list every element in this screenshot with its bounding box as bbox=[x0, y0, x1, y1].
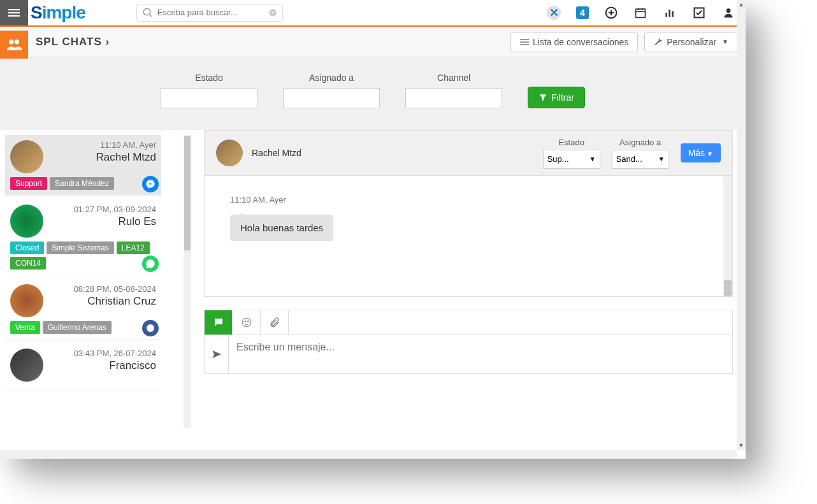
compose-tab-attach[interactable] bbox=[261, 310, 289, 335]
search-box[interactable] bbox=[136, 4, 283, 22]
filter-estado-input[interactable] bbox=[161, 88, 257, 108]
messages-scrollbar[interactable] bbox=[723, 176, 732, 296]
detail-estado-select[interactable]: Sup...▼ bbox=[543, 150, 600, 169]
tag: CON14 bbox=[10, 257, 46, 270]
chat-name: Francisco bbox=[50, 359, 156, 372]
detail-avatar bbox=[216, 140, 243, 166]
chat-list-item[interactable]: 03:43 PM, 26-07-2024Francisco bbox=[5, 343, 161, 391]
chat-name: Rulo Es bbox=[50, 215, 156, 228]
page-scrollbar-vertical[interactable]: ▲ ▼ bbox=[737, 0, 746, 450]
x-icon[interactable]: ✕ bbox=[547, 6, 561, 20]
svg-point-24 bbox=[242, 318, 251, 327]
smile-icon bbox=[241, 317, 252, 328]
detail-header: Rachel Mtzd Estado Sup...▼ Asignado a Sa… bbox=[204, 130, 733, 176]
chat-time: 01:27 PM, 03-09-2024 bbox=[50, 205, 156, 214]
plus-icon[interactable] bbox=[604, 6, 618, 20]
wrench-icon bbox=[654, 38, 663, 47]
paperclip-icon bbox=[269, 317, 280, 328]
svg-rect-15 bbox=[672, 11, 674, 17]
page-scrollbar-horizontal[interactable] bbox=[0, 450, 737, 459]
svg-point-23 bbox=[147, 324, 154, 332]
tag: Sandra Méndez bbox=[50, 177, 114, 190]
tag: Guillermo Arenas bbox=[43, 321, 112, 334]
topbar: Simple ✕ 4 bbox=[0, 0, 746, 25]
messenger-icon bbox=[142, 176, 159, 192]
tags: ClosedSimple SistemasLEA12CON14 bbox=[10, 241, 156, 270]
svg-point-18 bbox=[9, 40, 14, 45]
svg-rect-0 bbox=[8, 9, 20, 10]
svg-rect-9 bbox=[636, 9, 646, 17]
search-icon bbox=[142, 7, 154, 18]
chat-time: 03:43 PM, 26-07-2024 bbox=[50, 349, 156, 358]
filter-asignado-input[interactable] bbox=[283, 88, 380, 108]
chat-list-item[interactable]: 11:10 AM, AyerRachel MtzdSupportSandra M… bbox=[5, 135, 161, 196]
send-icon bbox=[212, 349, 222, 359]
caret-down-icon: ▼ bbox=[722, 38, 728, 45]
avatar bbox=[10, 140, 43, 173]
chevron-down-icon[interactable] bbox=[268, 8, 277, 17]
svg-point-19 bbox=[15, 40, 20, 45]
svg-line-4 bbox=[149, 14, 152, 17]
chat-detail-panel: Rachel Mtzd Estado Sup...▼ Asignado a Sa… bbox=[191, 130, 746, 436]
svg-rect-22 bbox=[520, 44, 529, 45]
filter-estado-label: Estado bbox=[195, 73, 223, 83]
tag: Venta bbox=[10, 321, 40, 334]
svg-rect-21 bbox=[520, 41, 529, 42]
page-title: SPL CHATS › bbox=[36, 36, 110, 48]
avatar bbox=[10, 284, 43, 317]
mas-button[interactable]: Más▼ bbox=[681, 143, 721, 162]
menu-hamburger[interactable] bbox=[0, 0, 28, 25]
chat-list-scrollbar[interactable] bbox=[184, 135, 191, 428]
svg-rect-1 bbox=[8, 11, 20, 13]
chat-time: 08:28 PM, 05-08-2024 bbox=[50, 284, 156, 294]
search-input[interactable] bbox=[157, 8, 268, 17]
detail-asignado-label: Asignado a bbox=[619, 138, 661, 147]
user-icon[interactable] bbox=[721, 6, 735, 20]
customize-button[interactable]: Personalizar ▼ bbox=[644, 32, 738, 52]
chat-list-panel: 11:10 AM, AyerRachel MtzdSupportSandra M… bbox=[0, 130, 191, 436]
whatsapp-icon bbox=[142, 256, 159, 272]
filter-asignado-label: Asignado a bbox=[309, 73, 354, 83]
chat-bubble-icon bbox=[213, 317, 224, 328]
main-area: 11:10 AM, AyerRachel MtzdSupportSandra M… bbox=[0, 130, 746, 436]
tags: SupportSandra Méndez bbox=[10, 177, 156, 190]
send-button[interactable] bbox=[205, 335, 229, 373]
calendar-icon[interactable] bbox=[633, 6, 647, 20]
list-conversations-button[interactable]: Lista de conversaciones bbox=[510, 32, 638, 52]
four-icon[interactable]: 4 bbox=[576, 6, 589, 19]
tags: VentaGuillermo Arenas bbox=[10, 321, 156, 334]
tag: LEA12 bbox=[117, 241, 150, 254]
filter-channel-input[interactable] bbox=[405, 88, 502, 108]
svg-rect-13 bbox=[665, 13, 667, 17]
compose-area bbox=[204, 310, 733, 374]
filter-area: Estado Asignado a Channel Filtrar bbox=[0, 57, 746, 130]
chevron-right-icon: › bbox=[106, 36, 110, 48]
tag: Closed bbox=[10, 241, 44, 254]
funnel-icon bbox=[539, 93, 547, 102]
tag: Support bbox=[10, 177, 47, 190]
filter-button[interactable]: Filtrar bbox=[528, 87, 585, 108]
compose-input[interactable] bbox=[229, 335, 732, 373]
checkbox-icon[interactable] bbox=[692, 6, 706, 20]
top-icons: ✕ 4 bbox=[547, 6, 735, 20]
compose-tab-emoji[interactable] bbox=[233, 310, 261, 335]
chat-name: Christian Cruz bbox=[50, 295, 156, 308]
svg-rect-2 bbox=[8, 15, 20, 16]
chat-list-item[interactable]: 08:28 PM, 05-08-2024Christian CruzVentaG… bbox=[5, 279, 161, 340]
svg-point-26 bbox=[247, 321, 249, 322]
detail-asignado-select[interactable]: Sand...▼ bbox=[612, 150, 669, 169]
chat-list-item[interactable]: 01:27 PM, 03-09-2024Rulo EsClosedSimple … bbox=[5, 199, 161, 275]
svg-point-17 bbox=[727, 8, 731, 13]
svg-rect-20 bbox=[520, 39, 529, 40]
message-bubble: Hola buenas tardes bbox=[230, 215, 333, 241]
tag: Simple Sistemas bbox=[47, 241, 113, 254]
logo: Simple bbox=[31, 3, 85, 23]
list-icon bbox=[520, 38, 529, 47]
compose-tab-message[interactable] bbox=[205, 310, 233, 335]
avatar bbox=[10, 205, 43, 238]
chart-icon[interactable] bbox=[663, 6, 677, 20]
svg-point-25 bbox=[245, 321, 246, 322]
chat-time: 11:10 AM, Ayer bbox=[50, 140, 156, 150]
sidebar-chats-icon[interactable] bbox=[0, 31, 28, 59]
detail-estado-label: Estado bbox=[558, 138, 584, 147]
